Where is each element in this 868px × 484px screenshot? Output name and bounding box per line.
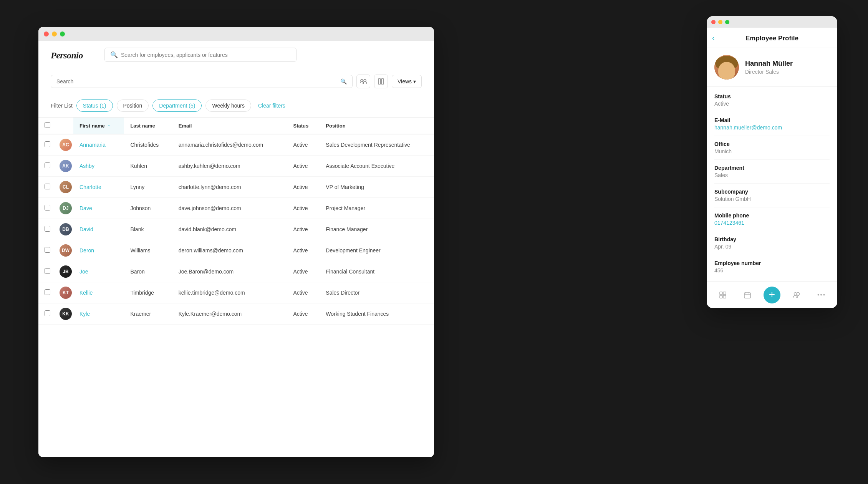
calendar-btn[interactable]: [739, 287, 756, 303]
employee-avatar: KT: [60, 287, 72, 299]
row-email: david.blank@demo.com: [172, 219, 287, 240]
profile-minimize-btn[interactable]: [718, 20, 722, 24]
row-checkbox-1[interactable]: [45, 162, 50, 168]
row-last-name: Williams: [124, 240, 172, 261]
employee-avatar: CL: [60, 181, 72, 193]
svg-point-16: [823, 294, 825, 296]
app-header: Personio 🔍: [38, 41, 434, 69]
row-checkbox-cell: [38, 198, 56, 219]
more-btn[interactable]: [813, 287, 830, 303]
profile-avatar-image: [714, 55, 739, 80]
clear-filters-btn[interactable]: Clear filters: [255, 100, 288, 111]
detail-label: Department: [714, 165, 830, 171]
profile-maximize-btn[interactable]: [725, 20, 729, 24]
add-action-btn[interactable]: +: [764, 287, 780, 303]
position-col-header[interactable]: Position: [320, 118, 434, 134]
views-button[interactable]: Views ▾: [392, 75, 422, 88]
row-checkbox-7[interactable]: [45, 289, 50, 295]
avatar-col-header: [56, 118, 73, 134]
minimize-traffic-light[interactable]: [52, 31, 57, 36]
row-checkbox-6[interactable]: [45, 268, 50, 274]
main-window: Personio 🔍 🔍: [38, 27, 434, 457]
employee-name-link[interactable]: Annamaria: [80, 142, 106, 148]
detail-label: Office: [714, 141, 830, 147]
team-btn[interactable]: [788, 287, 805, 303]
row-checkbox-2[interactable]: [45, 184, 50, 189]
row-position: Sales Director: [320, 282, 434, 303]
select-all-checkbox[interactable]: [45, 122, 50, 128]
row-checkbox-8[interactable]: [45, 310, 50, 316]
table-body: AC Annamaria Christofides annamaria.chri…: [38, 134, 434, 325]
row-avatar-cell: KK: [56, 303, 73, 325]
employee-name-link[interactable]: David: [80, 226, 93, 232]
row-checkbox-cell: [38, 156, 56, 177]
employee-profile-panel: ‹ Employee Profile Hannah Müller Directo…: [707, 16, 837, 308]
profile-name: Hannah Müller: [745, 60, 830, 68]
status-col-header[interactable]: Status: [287, 118, 320, 134]
table-row: CL Charlotte Lynny charlotte.lynn@demo.c…: [38, 177, 434, 198]
detail-value[interactable]: 0174123461: [714, 220, 830, 226]
row-email: Joe.Baron@demo.com: [172, 261, 287, 282]
employee-name-link[interactable]: Joe: [80, 269, 88, 275]
back-button[interactable]: ‹: [712, 34, 715, 41]
select-all-col: [38, 118, 56, 134]
employee-name-link[interactable]: Deron: [80, 247, 94, 254]
employee-table-wrap: First name ↑ Last name Email Status Posi…: [38, 118, 434, 457]
detail-value[interactable]: hannah.mueller@demo.com: [714, 124, 830, 131]
row-avatar-cell: JB: [56, 261, 73, 282]
row-first-name: Ashby: [73, 156, 124, 177]
status-filter-btn[interactable]: Status (1): [76, 99, 113, 112]
profile-close-btn[interactable]: [711, 20, 716, 24]
employee-name-link[interactable]: Dave: [80, 205, 92, 211]
row-checkbox-0[interactable]: [45, 141, 50, 147]
row-status: Active: [287, 156, 320, 177]
weekly-hours-filter-btn[interactable]: Weekly hours: [205, 99, 251, 112]
maximize-traffic-light[interactable]: [60, 31, 65, 36]
add-icon: +: [769, 289, 775, 300]
employee-search-input[interactable]: [56, 78, 337, 85]
department-filter-btn[interactable]: Department (5): [152, 99, 202, 112]
detail-label: Subcompany: [714, 189, 830, 195]
row-checkbox-cell: [38, 261, 56, 282]
row-email: annamaria.christofides@demo.com: [172, 134, 287, 156]
row-avatar-cell: KT: [56, 282, 73, 303]
detail-label: E-Mail: [714, 117, 830, 123]
employee-name-link[interactable]: Kellie: [80, 290, 93, 296]
toolbar: 🔍 Views ▾: [38, 69, 434, 94]
columns-icon-btn[interactable]: [374, 75, 388, 88]
detail-label: Employee number: [714, 260, 830, 266]
employee-name-link[interactable]: Charlotte: [80, 184, 101, 190]
row-checkbox-4[interactable]: [45, 226, 50, 232]
first-name-col-header[interactable]: First name ↑: [73, 118, 124, 134]
row-position: Development Engineer: [320, 240, 434, 261]
row-position: Project Manager: [320, 198, 434, 219]
close-traffic-light[interactable]: [44, 31, 49, 36]
row-checkbox-3[interactable]: [45, 205, 50, 211]
row-status: Active: [287, 198, 320, 219]
grid-icon: [719, 292, 726, 298]
detail-value: Sales: [714, 172, 830, 178]
window-content: Personio 🔍 🔍: [38, 41, 434, 457]
svg-rect-2: [378, 79, 381, 84]
grid-view-btn[interactable]: [714, 287, 731, 303]
global-search-bar[interactable]: 🔍: [104, 48, 297, 62]
profile-name-section: Hannah Müller Director Sales: [745, 60, 830, 75]
employee-name-link[interactable]: Kyle: [80, 311, 90, 317]
position-filter-btn[interactable]: Position: [117, 99, 149, 112]
row-last-name: Johnson: [124, 198, 172, 219]
global-search-input[interactable]: [121, 52, 291, 58]
employee-search-wrap[interactable]: 🔍: [51, 75, 353, 88]
email-col-header[interactable]: Email: [172, 118, 287, 134]
last-name-col-header[interactable]: Last name: [124, 118, 172, 134]
search-icon: 🔍: [340, 78, 347, 85]
profile-detail-row: Department Sales: [714, 160, 830, 184]
employee-avatar: KK: [60, 308, 72, 320]
row-first-name: Dave: [73, 198, 124, 219]
row-checkbox-cell: [38, 219, 56, 240]
row-first-name: Kellie: [73, 282, 124, 303]
employee-name-link[interactable]: Ashby: [80, 163, 94, 169]
detail-label: Status: [714, 93, 830, 99]
row-avatar-cell: AK: [56, 156, 73, 177]
group-icon-btn[interactable]: [356, 75, 370, 88]
row-checkbox-5[interactable]: [45, 247, 50, 253]
